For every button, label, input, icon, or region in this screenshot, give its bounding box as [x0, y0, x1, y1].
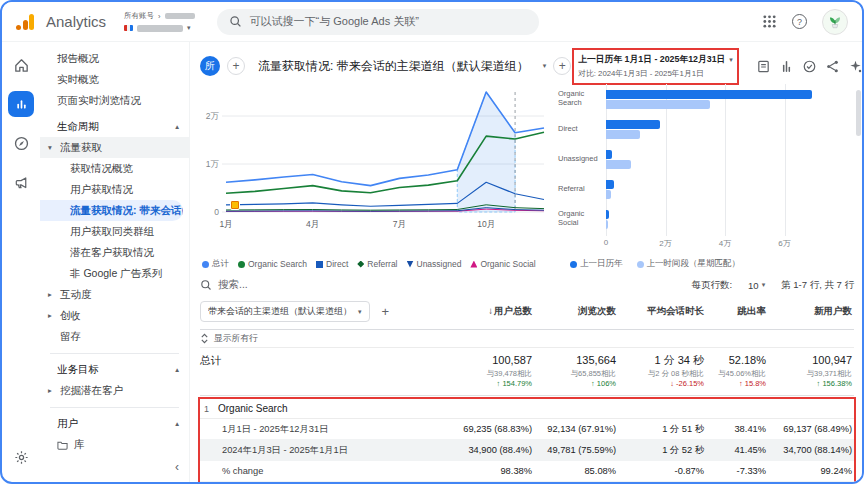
svg-text:7月: 7月 [393, 219, 406, 229]
sidebar-item-monetization[interactable]: ▸创收 [40, 305, 189, 326]
column-header[interactable]: ↓用户总数 [442, 305, 534, 318]
sidebar-item-non-google-campaigns[interactable]: 非 Google 广告系列 [40, 263, 189, 284]
legend-marker-icon [202, 261, 209, 268]
sidebar-item-business-objectives[interactable]: 业务目标▴ [40, 359, 189, 380]
legend-item[interactable]: Unassigned [407, 259, 462, 269]
sidebar-item-acquisition-overview[interactable]: 获取情况概览 [40, 158, 189, 179]
dimension-selector[interactable]: 带来会话的主渠道组（默认渠道组） ▾ [200, 301, 370, 322]
bar-segment[interactable] [606, 100, 710, 109]
scrollbar-thumb[interactable] [856, 90, 861, 136]
search-placeholder: 可以试搜一下“与 Google Ads 关联” [250, 14, 419, 29]
legend-item[interactable]: 总计 [202, 258, 229, 270]
insights-sparkle-icon[interactable] [848, 59, 862, 74]
left-icon-rail [2, 42, 40, 482]
totals-metric-cell: 52.18%与45.06%相比↑ 15.8% [706, 354, 768, 388]
bar-segment[interactable] [606, 150, 612, 159]
sidebar-item-engagement[interactable]: ▸互动度 [40, 284, 189, 305]
show-all-rows-button[interactable]: 显示所有行 [200, 330, 854, 348]
sidebar-item-generate-leads[interactable]: ▸挖掘潜在客户 [40, 380, 189, 401]
axis-tick-label: 6万 [778, 238, 790, 249]
column-header[interactable]: 浏览次数 [534, 305, 618, 318]
column-header[interactable]: 平均会话时长 [618, 305, 706, 318]
sidebar-item-lifecycle[interactable]: 生命周期▴ [40, 116, 189, 137]
table-row[interactable]: 1月1日 - 2025年12月31日69,235 (68.83%)92,134 … [200, 419, 854, 440]
compare-data-icon[interactable] [779, 59, 794, 74]
check-circle-icon[interactable] [802, 59, 817, 74]
metric-value: 135,664 [534, 354, 616, 367]
help-icon[interactable]: ? [792, 14, 807, 29]
column-header[interactable]: 跳出率 [706, 305, 768, 318]
metric-cell: -0.87% [618, 466, 706, 476]
legend-label: 上一时间段（星期匹配） [647, 258, 741, 270]
admin-gear-icon[interactable] [8, 444, 34, 470]
legend-item[interactable]: Direct [316, 259, 348, 269]
chevron-up-icon: ▴ [175, 419, 179, 428]
column-header[interactable]: 新用户数 [768, 305, 854, 318]
legend-item[interactable]: Referral [357, 259, 397, 269]
bar-segment[interactable] [606, 180, 614, 189]
table-row[interactable]: 2024年1月3日 - 2025年1月1日34,900 (88.4%)49,78… [200, 440, 854, 461]
user-avatar[interactable] [822, 9, 848, 35]
add-report-button[interactable]: + [553, 57, 571, 75]
global-search-input[interactable]: 可以试搜一下“与 Google Ads 关联” [217, 9, 539, 35]
advertising-nav-icon[interactable] [8, 169, 34, 195]
bar-segment[interactable] [606, 220, 608, 229]
svg-text:10月: 10月 [477, 219, 495, 229]
annotation-marker-icon[interactable] [230, 200, 240, 210]
bar-category-label: Referral [558, 185, 606, 194]
rows-per-page-select[interactable]: 10 ▾ [748, 280, 765, 291]
sidebar-item-user[interactable]: 用户▴ [40, 413, 189, 434]
reports-nav-icon[interactable] [8, 91, 34, 117]
share-icon[interactable] [825, 59, 840, 74]
apps-grid-icon[interactable] [762, 14, 777, 29]
bar-segment[interactable] [606, 190, 611, 199]
sidebar-item-realtime-overview[interactable]: 实时概览 [40, 69, 189, 90]
analytics-app-window: Analytics 所有账号 › ▾ 可以试搜一下“与 Google Ads 关… [0, 0, 864, 484]
svg-text:1月: 1月 [219, 219, 232, 229]
sidebar-item-reports-snapshot[interactable]: 报告概况 [40, 48, 189, 69]
analytics-logo-text[interactable]: Analytics [46, 13, 106, 30]
table-search-input[interactable]: 搜索... [200, 278, 248, 292]
legend-label: Unassigned [417, 259, 462, 269]
add-dimension-button[interactable]: + [382, 304, 390, 319]
folder-icon [57, 440, 68, 450]
date-range-selector[interactable]: 上一日历年 1月1日 - 2025年12月31日 ▾ 对比: 2024年1月3日… [578, 54, 733, 79]
sidebar-item-user-acquisition[interactable]: 用户获取情况 [40, 179, 189, 200]
comparison-chip[interactable]: 所 [200, 56, 220, 76]
collapse-sidebar-button[interactable]: ‹ [175, 460, 179, 474]
table-group-header[interactable]: 1Organic Search [200, 399, 854, 419]
table-row[interactable]: % change98.38%85.08%-0.87%-7.33%99.24% [200, 461, 854, 482]
traffic-line-chart: 01万2万1月4月7月10月 [200, 84, 552, 252]
add-comparison-button[interactable]: + [227, 57, 245, 75]
home-nav-icon[interactable] [8, 52, 34, 78]
legend-item[interactable]: Organic Search [238, 259, 307, 269]
chevron-down-icon[interactable]: ▾ [543, 62, 547, 70]
analytics-logo-icon[interactable] [16, 12, 36, 32]
dimension-selector-label: 带来会话的主渠道组（默认渠道组） [208, 305, 352, 318]
sidebar-item-library[interactable]: 库 [40, 434, 189, 455]
legend-item[interactable]: 上一日历年 [570, 258, 623, 270]
bar-segment[interactable] [606, 210, 609, 219]
bar-category-label: Direct [558, 125, 606, 134]
sidebar-item-retention[interactable]: 留存 [40, 326, 189, 347]
compare-range-label: 对比: 2024年1月3日 - 2025年1月1日 [578, 68, 733, 79]
legend-item[interactable]: 上一时间段（星期匹配） [637, 258, 741, 270]
report-header: 所 + 流量获取情况: 带来会话的主渠道组（默认渠道组） ▾ + 上一日历年 1… [200, 48, 854, 84]
notes-icon[interactable] [756, 59, 771, 74]
sidebar-item-label: 报告概况 [57, 52, 99, 66]
sidebar-item-realtime-pages[interactable]: 页面实时浏览情况 [40, 90, 189, 111]
bar-segment[interactable] [606, 90, 812, 99]
sidebar-item-lead-acquisition[interactable]: 潜在客户获取情况 [40, 242, 189, 263]
bar-segment[interactable] [606, 160, 631, 169]
bar-row-organic-social: Organic Social [558, 204, 848, 234]
sidebar-item-traffic-acquisition[interactable]: 流量获取情况: 带来会话的主... [40, 200, 183, 221]
sidebar-divider [50, 353, 179, 354]
sidebar-item-acquisition[interactable]: ▾流量获取 [40, 137, 189, 158]
explore-nav-icon[interactable] [8, 130, 34, 156]
bar-row-organic-search: Organic Search [558, 84, 848, 114]
sidebar-item-user-acquisition-cohorts[interactable]: 用户获取同类群组 [40, 221, 189, 242]
bar-segment[interactable] [606, 120, 660, 129]
account-switcher[interactable]: 所有账号 › ▾ [124, 11, 195, 32]
bar-segment[interactable] [606, 130, 640, 139]
legend-item[interactable]: Organic Social [470, 259, 535, 269]
